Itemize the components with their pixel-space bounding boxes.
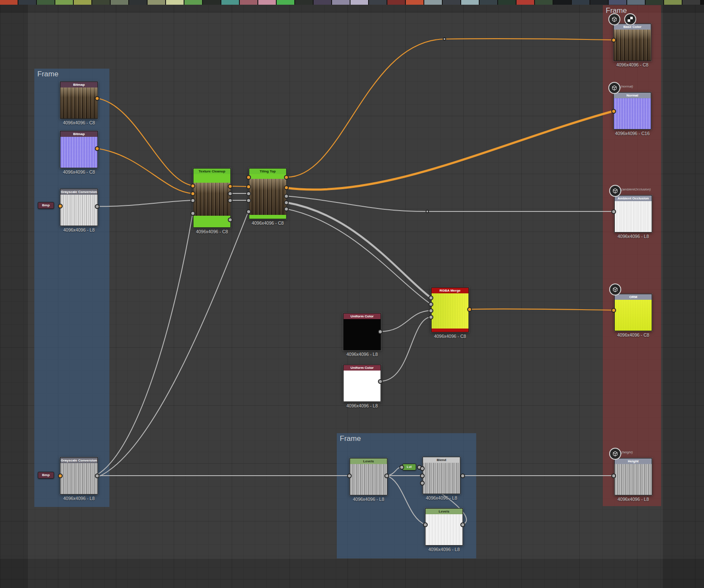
input-port[interactable] bbox=[190, 191, 195, 196]
output-port[interactable] bbox=[95, 146, 100, 151]
node-texture-cleanup[interactable]: Texture Cleanup 4096x4096 - C8 bbox=[193, 168, 231, 228]
input-port[interactable] bbox=[611, 308, 616, 313]
input-port[interactable] bbox=[611, 209, 616, 214]
palette-swatch[interactable] bbox=[350, 0, 368, 5]
input-port[interactable] bbox=[190, 198, 195, 203]
palette-swatch[interactable] bbox=[480, 0, 497, 5]
output-port[interactable] bbox=[228, 184, 233, 189]
output-port[interactable] bbox=[284, 207, 289, 211]
output-port[interactable] bbox=[228, 217, 233, 222]
palette-swatch[interactable] bbox=[424, 0, 442, 5]
palette-swatch[interactable] bbox=[74, 0, 91, 5]
output-port[interactable] bbox=[284, 175, 289, 180]
output-port[interactable] bbox=[95, 204, 100, 209]
output-port[interactable] bbox=[378, 379, 383, 384]
reference-tag-lvl[interactable]: Lvl bbox=[402, 464, 416, 470]
input-port[interactable] bbox=[246, 191, 251, 196]
palette-swatch[interactable] bbox=[203, 0, 221, 5]
wire-waypoint[interactable] bbox=[443, 37, 446, 41]
input-port[interactable] bbox=[429, 302, 433, 307]
input-tag-bmp[interactable]: Bmp bbox=[38, 472, 54, 479]
node-tiling-top[interactable]: Tiling Top 4096x4096 - C8 bbox=[249, 168, 287, 219]
input-port[interactable] bbox=[420, 466, 425, 471]
palette-swatch[interactable] bbox=[258, 0, 276, 5]
palette-swatch[interactable] bbox=[18, 0, 36, 5]
output-port[interactable] bbox=[460, 473, 465, 478]
palette-swatch[interactable] bbox=[406, 0, 423, 5]
input-port[interactable] bbox=[246, 175, 251, 180]
wire[interactable] bbox=[97, 200, 193, 206]
palette-swatch[interactable] bbox=[332, 0, 350, 5]
node-bitmap-2[interactable]: Bitmap 4096x4096 - C8 bbox=[60, 131, 98, 168]
node-output-height[interactable]: (height) Height 4096x4096 - L8 bbox=[614, 458, 652, 495]
palette-swatch[interactable] bbox=[535, 0, 553, 5]
wire[interactable] bbox=[286, 209, 431, 304]
output-port[interactable] bbox=[378, 329, 383, 334]
palette-swatch[interactable] bbox=[221, 0, 239, 5]
palette-swatch[interactable] bbox=[166, 0, 184, 5]
palette-swatch[interactable] bbox=[664, 0, 682, 5]
wire[interactable] bbox=[380, 317, 431, 381]
palette-swatch[interactable] bbox=[387, 0, 405, 5]
palette-swatch[interactable] bbox=[590, 0, 608, 5]
input-port[interactable] bbox=[58, 473, 63, 478]
wire[interactable] bbox=[97, 213, 193, 475]
palette-swatch[interactable] bbox=[148, 0, 165, 5]
3d-view-icon[interactable] bbox=[609, 283, 621, 296]
palette-swatch[interactable] bbox=[295, 0, 313, 5]
wire[interactable] bbox=[97, 148, 193, 193]
palette-swatch[interactable] bbox=[517, 0, 534, 5]
input-port[interactable] bbox=[429, 315, 433, 320]
input-port[interactable] bbox=[611, 473, 616, 478]
node-output-orm[interactable]: ORM 4096x4096 - C8 bbox=[614, 294, 652, 331]
palette-swatch[interactable] bbox=[0, 0, 18, 5]
input-port[interactable] bbox=[190, 211, 195, 216]
node-blend[interactable]: Blend 4096x4096 - L8 bbox=[423, 457, 460, 494]
palette-swatch[interactable] bbox=[646, 0, 663, 5]
wire[interactable] bbox=[98, 211, 248, 477]
palette-swatch[interactable] bbox=[129, 0, 147, 5]
palette-swatch[interactable] bbox=[314, 0, 331, 5]
input-port[interactable] bbox=[611, 109, 616, 114]
input-port[interactable] bbox=[420, 481, 425, 485]
3d-view-icon[interactable] bbox=[609, 185, 621, 197]
palette-swatch[interactable] bbox=[111, 0, 128, 5]
3d-view-icon[interactable] bbox=[609, 448, 621, 460]
graph-canvas[interactable]: Frame Frame Frame Bitmap 4096x4 bbox=[0, 0, 704, 588]
wire[interactable] bbox=[230, 186, 248, 187]
output-port[interactable] bbox=[228, 191, 233, 196]
input-port[interactable] bbox=[399, 465, 404, 470]
palette-swatch[interactable] bbox=[37, 0, 54, 5]
node-uniform-color-black[interactable]: Uniform Color 4096x4096 - L8 bbox=[343, 313, 381, 350]
palette-swatch[interactable] bbox=[55, 0, 73, 5]
palette-swatch[interactable] bbox=[277, 0, 294, 5]
wire[interactable] bbox=[469, 309, 613, 310]
palette-swatch[interactable] bbox=[627, 0, 645, 5]
palette-swatch[interactable] bbox=[553, 0, 571, 5]
output-port[interactable] bbox=[228, 198, 233, 203]
palette-swatch[interactable] bbox=[369, 0, 387, 5]
input-port[interactable] bbox=[347, 473, 352, 478]
output-port[interactable] bbox=[284, 185, 289, 190]
node-uniform-color-white[interactable]: Uniform Color 4096x4096 - L8 bbox=[343, 365, 381, 402]
node-grayscale-conversion-2[interactable]: Grayscale Conversion 4096x4096 - L8 bbox=[60, 457, 98, 495]
palette-swatch[interactable] bbox=[683, 0, 700, 5]
3d-view-icon[interactable] bbox=[608, 82, 620, 94]
input-port[interactable] bbox=[420, 473, 425, 478]
palette-swatch[interactable] bbox=[609, 0, 626, 5]
output-port[interactable] bbox=[467, 307, 472, 312]
node-bitmap-1[interactable]: Bitmap 4096x4096 - C8 bbox=[60, 81, 98, 119]
palette-swatch[interactable] bbox=[461, 0, 479, 5]
output-port[interactable] bbox=[284, 200, 289, 205]
palette-swatch[interactable] bbox=[443, 0, 460, 5]
node-levels-2[interactable]: Levels 4096x4096 - L8 bbox=[425, 508, 463, 546]
wire[interactable] bbox=[97, 98, 193, 186]
palette-swatch[interactable] bbox=[184, 0, 202, 5]
input-port[interactable] bbox=[423, 522, 428, 527]
input-port[interactable] bbox=[246, 184, 251, 189]
output-port[interactable] bbox=[95, 96, 100, 101]
wire[interactable] bbox=[286, 111, 613, 190]
output-port[interactable] bbox=[460, 522, 465, 527]
input-port[interactable] bbox=[58, 204, 63, 208]
wire-waypoint[interactable] bbox=[426, 210, 429, 213]
